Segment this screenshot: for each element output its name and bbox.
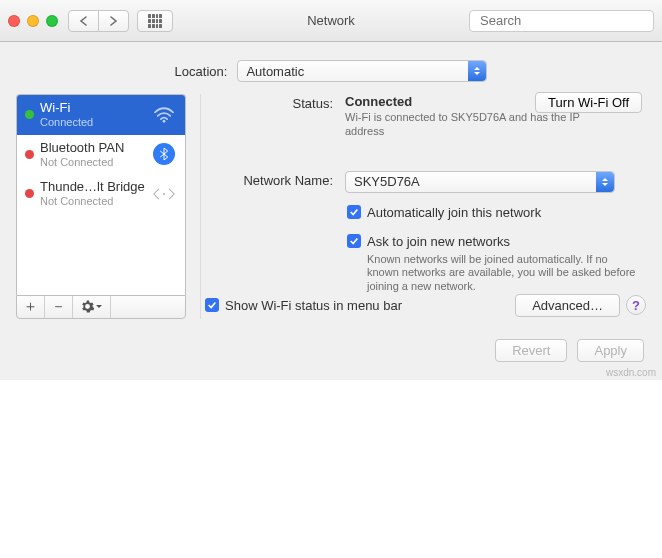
service-item-bluetooth-pan[interactable]: Bluetooth PAN Not Connected [17, 135, 185, 175]
watermark: wsxdn.com [606, 367, 656, 378]
ask-join-checkbox[interactable]: Ask to join new networks [347, 234, 646, 249]
add-service-button[interactable]: ＋ [17, 296, 45, 318]
select-arrows-icon [596, 172, 614, 192]
search-field[interactable] [469, 10, 654, 32]
service-status: Not Connected [40, 195, 145, 208]
service-list: Wi-Fi Connected Bluetooth PAN Not Connec… [16, 94, 186, 295]
actions-menu-button[interactable] [73, 296, 111, 318]
service-name: Thunde…lt Bridge [40, 180, 145, 195]
back-button[interactable] [68, 10, 99, 32]
search-input[interactable] [480, 13, 648, 28]
zoom-icon[interactable] [46, 15, 58, 27]
auto-join-label: Automatically join this network [367, 205, 541, 220]
window-controls [8, 15, 58, 27]
thunderbolt-bridge-icon [151, 184, 177, 204]
chevron-right-icon [109, 16, 118, 26]
bluetooth-icon [151, 143, 177, 165]
forward-button[interactable] [98, 10, 129, 32]
show-menubar-label: Show Wi-Fi status in menu bar [225, 298, 402, 313]
chevron-left-icon [79, 16, 88, 26]
revert-button[interactable]: Revert [495, 339, 567, 362]
select-arrows-icon [468, 61, 486, 81]
network-name-select[interactable]: SKY5D76A [345, 171, 615, 193]
location-value: Automatic [246, 64, 304, 79]
location-label: Location: [175, 64, 228, 79]
wifi-toggle-button[interactable]: Turn Wi-Fi Off [535, 92, 642, 113]
gear-icon [81, 300, 94, 313]
service-name: Wi-Fi [40, 101, 145, 116]
wifi-icon [151, 106, 177, 124]
minimize-icon[interactable] [27, 15, 39, 27]
service-name: Bluetooth PAN [40, 141, 145, 156]
status-label: Status: [205, 94, 333, 139]
status-dot-icon [25, 110, 34, 119]
show-all-button[interactable] [137, 10, 173, 32]
ask-join-subtext: Known networks will be joined automatica… [367, 253, 637, 294]
svg-point-1 [163, 193, 165, 195]
auto-join-checkbox[interactable]: Automatically join this network [347, 205, 646, 220]
chevron-down-icon [96, 305, 102, 311]
bottom-button-row: Revert Apply [0, 333, 662, 380]
grid-icon [148, 14, 162, 28]
advanced-button[interactable]: Advanced… [515, 294, 620, 317]
status-dot-icon [25, 189, 34, 198]
titlebar: Network [0, 0, 662, 42]
checkbox-checked-icon [347, 205, 361, 219]
service-status: Connected [40, 116, 145, 129]
sidebar-footer: ＋ － [16, 295, 186, 319]
ask-join-label: Ask to join new networks [367, 234, 510, 249]
apply-button[interactable]: Apply [577, 339, 644, 362]
detail-pane: Turn Wi-Fi Off Status: Connected Wi-Fi i… [200, 94, 646, 319]
network-name-label: Network Name: [205, 171, 333, 193]
service-status: Not Connected [40, 156, 145, 169]
location-select[interactable]: Automatic [237, 60, 487, 82]
location-row: Location: Automatic [0, 42, 662, 94]
remove-service-button[interactable]: － [45, 296, 73, 318]
network-name-value: SKY5D76A [354, 174, 420, 189]
service-item-wifi[interactable]: Wi-Fi Connected [17, 95, 185, 135]
service-sidebar: Wi-Fi Connected Bluetooth PAN Not Connec… [16, 94, 186, 319]
help-button[interactable]: ? [626, 295, 646, 315]
nav-back-forward [68, 10, 129, 32]
close-icon[interactable] [8, 15, 20, 27]
svg-point-0 [163, 120, 166, 123]
status-dot-icon [25, 150, 34, 159]
show-menubar-checkbox[interactable]: Show Wi-Fi status in menu bar [205, 298, 402, 313]
checkbox-checked-icon [347, 234, 361, 248]
checkbox-checked-icon [205, 298, 219, 312]
service-item-thunderbolt-bridge[interactable]: Thunde…lt Bridge Not Connected [17, 174, 185, 214]
status-subtext: Wi-Fi is connected to SKY5D76A and has t… [345, 111, 610, 139]
